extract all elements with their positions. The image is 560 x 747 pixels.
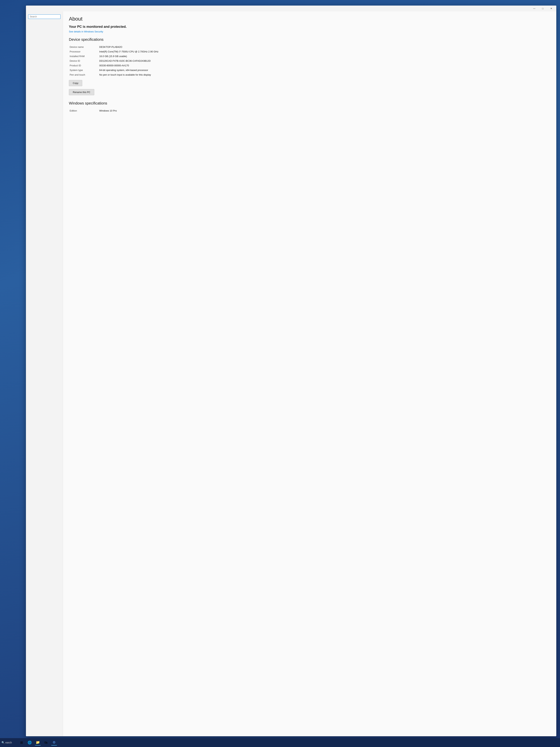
settings-window: — □ ✕ About Your PC is monitored and pro…: [26, 5, 556, 736]
sidebar-search[interactable]: [28, 15, 60, 19]
security-link[interactable]: See details in Windows Security: [69, 30, 550, 33]
taskview-icon[interactable]: ⊞: [19, 740, 24, 746]
spec-label: Processor: [69, 49, 99, 54]
taskbar-search-area: 🔍 earch: [1, 741, 12, 744]
spec-value: Windows 10 Pro: [99, 108, 550, 113]
spec-label: Device name: [69, 45, 99, 49]
close-button[interactable]: ✕: [547, 5, 556, 11]
spec-label: Installed RAM: [69, 54, 99, 58]
search-input[interactable]: [30, 16, 59, 18]
windows-specs-title: Windows specifications: [69, 101, 550, 105]
taskbar-icons: ⊞ 🌐 📁 🛍 ⚙: [19, 740, 57, 746]
spec-value: DD120CAD-F47B-410C-BC36-CAFAD243B12D: [99, 58, 550, 63]
table-row: Pen and touch No pen or touch input is a…: [69, 73, 550, 77]
spec-value: DESKTOP-PLAB42O: [99, 45, 550, 49]
edge-icon[interactable]: 🌐: [27, 740, 33, 746]
content-area: About Your PC is monitored and protected…: [63, 11, 556, 736]
maximize-button[interactable]: □: [538, 5, 547, 11]
copy-button[interactable]: Copy: [69, 80, 82, 86]
table-row: Device ID DD120CAD-F47B-410C-BC36-CAFAD2…: [69, 58, 550, 63]
spec-label: Product ID: [69, 63, 99, 68]
table-row: System type 64-bit operating system, x64…: [69, 68, 550, 73]
store-icon[interactable]: 🛍: [43, 740, 49, 746]
security-status: Your PC is monitored and protected.: [69, 25, 550, 29]
spec-label: System type: [69, 68, 99, 73]
spec-table: Device name DESKTOP-PLAB42O Processor In…: [69, 45, 550, 77]
table-row: Device name DESKTOP-PLAB42O: [69, 45, 550, 49]
device-specs-title: Device specifications: [69, 37, 550, 42]
table-row: Processor Intel(R) Core(TM) i7-7500U CPU…: [69, 49, 550, 54]
spec-label: Edition: [69, 108, 99, 113]
settings-icon[interactable]: ⚙: [51, 740, 57, 746]
table-row: Installed RAM 16.0 GB (15.9 GB usable): [69, 54, 550, 58]
table-row: Edition Windows 10 Pro: [69, 108, 550, 113]
sidebar: [26, 11, 63, 736]
page-title: About: [69, 16, 550, 22]
table-row: Product ID 00330-80000-00000-AA170: [69, 63, 550, 68]
minimize-button[interactable]: —: [530, 5, 538, 11]
spec-value: 16.0 GB (15.9 GB usable): [99, 54, 550, 58]
spec-value: Intel(R) Core(TM) i7-7500U CPU @ 2.70GHz…: [99, 49, 550, 54]
title-bar: — □ ✕: [26, 5, 556, 11]
windows-spec-table: Edition Windows 10 Pro: [69, 108, 550, 113]
taskbar-search-label: earch: [5, 741, 12, 744]
spec-value: 00330-80000-00000-AA170: [99, 63, 550, 68]
file-explorer-icon[interactable]: 📁: [35, 740, 41, 746]
spec-value: No pen or touch input is available for t…: [99, 73, 550, 77]
rename-button[interactable]: Rename this PC: [69, 89, 94, 95]
spec-label: Pen and touch: [69, 73, 99, 77]
spec-value: 64-bit operating system, x64-based proce…: [99, 68, 550, 73]
spec-label: Device ID: [69, 58, 99, 63]
taskbar: 🔍 earch ⊞ 🌐 📁 🛍 ⚙: [0, 738, 560, 747]
